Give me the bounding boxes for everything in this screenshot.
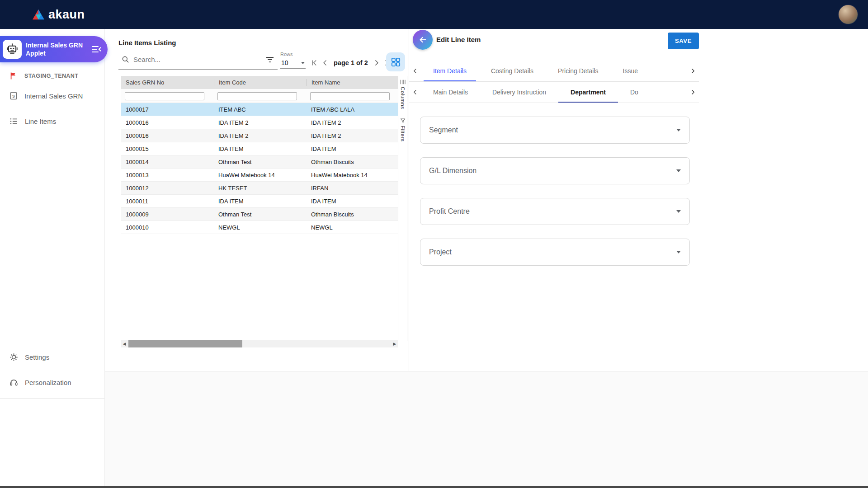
scroll-left-arrow[interactable]: ◀ (121, 342, 127, 346)
column-header-item-code[interactable]: Item Code (214, 79, 307, 86)
tab-costing-details[interactable]: Costing Details (479, 61, 546, 81)
tab-item-details[interactable]: Item Details (421, 61, 479, 81)
table-row[interactable]: 1000012HK TESETIRFAN (121, 182, 398, 195)
line-items-table: Sales GRN NoItem CodeItem Name 1000017IT… (121, 76, 398, 234)
table-cell: NEWGL (214, 224, 307, 231)
table-row[interactable]: 1000010NEWGLNEWGL (121, 221, 398, 234)
page-current: 1 (351, 59, 354, 66)
table-cell: Othman Biscuits (307, 211, 398, 218)
field-label: G/L Dimension (429, 167, 476, 175)
table-row[interactable]: 1000016IDA ITEM 2IDA ITEM 2 (121, 116, 398, 129)
module-label: Internal Sales GRN (24, 92, 83, 100)
previous-page-button[interactable] (320, 58, 330, 68)
tenant-flag-icon (9, 71, 18, 80)
grid-view-button[interactable] (386, 52, 405, 71)
personalization-label: Personalization (25, 379, 71, 386)
grid-icon (391, 57, 401, 67)
first-page-button[interactable] (309, 58, 319, 68)
table-cell: 1000012 (121, 185, 214, 192)
table-row[interactable]: 1000011IDA ITEMIDA ITEM (121, 195, 398, 208)
filter-cell-item-code (214, 92, 307, 100)
tab-pricing-details[interactable]: Pricing Details (546, 61, 610, 81)
table-cell: IDA ITEM 2 (307, 119, 398, 126)
applet-pill[interactable]: Internal Sales GRN Applet (0, 36, 108, 62)
sidebar: Internal Sales GRN Applet STAGING_TENANT… (0, 29, 105, 488)
table-cell: IDA ITEM (214, 145, 307, 152)
scroll-right-arrow[interactable]: ▶ (392, 342, 398, 346)
table-row[interactable]: 1000015IDA ITEMIDA ITEM (121, 142, 398, 155)
column-filter-input-item-name[interactable] (310, 92, 390, 100)
rows-per-page-value: 10 (281, 59, 288, 66)
table-cell: HuaWei Matebook 14 (307, 172, 398, 178)
of-word: of (356, 59, 363, 66)
tab-main-details[interactable]: Main Details (421, 82, 480, 103)
columns-rail-tab[interactable]: Columns (400, 87, 406, 109)
rows-per-page-select[interactable]: 10 (280, 58, 306, 69)
column-header-sales-grn-no[interactable]: Sales GRN No (121, 79, 214, 86)
field-segment-select[interactable]: Segment (420, 117, 690, 144)
table-cell: HK TESET (214, 185, 307, 192)
menu-collapse-button[interactable] (89, 42, 104, 57)
tenant-label: STAGING_TENANT (24, 73, 78, 79)
field-g-l-dimension-select[interactable]: G/L Dimension (420, 157, 690, 184)
sidebar-divider (0, 398, 104, 399)
page-indicator: page 1 of 2 (334, 59, 368, 66)
filters-rail-tab[interactable]: Filters (400, 126, 406, 142)
column-header-item-name[interactable]: Item Name (307, 79, 398, 86)
table-row[interactable]: 1000016IDA ITEM 2IDA ITEM 2 (121, 129, 398, 142)
chevron-down-icon (301, 62, 305, 64)
column-filter-input-item-code[interactable] (217, 92, 297, 100)
secondary-tabs-scroll-right[interactable] (687, 82, 699, 103)
table-cell: Othman Test (214, 211, 307, 218)
table-cell: 1000014 (121, 159, 214, 165)
table-row[interactable]: 1000013HuaWei Matebook 14HuaWei Matebook… (121, 169, 398, 182)
primary-tabs-scroll-right[interactable] (687, 61, 699, 81)
table-cell: IDA ITEM 2 (214, 119, 307, 126)
sidebar-item-tenant[interactable]: STAGING_TENANT (0, 71, 104, 80)
bottom-scrollbar[interactable] (0, 486, 868, 488)
detail-title: Edit Line Item (436, 36, 481, 43)
user-avatar[interactable] (838, 5, 858, 24)
primary-tabs-scroll-left[interactable] (409, 61, 421, 81)
field-project-select[interactable]: Project (420, 239, 690, 266)
secondary-tabs-scroll-left[interactable] (409, 82, 421, 103)
document-icon: S (9, 91, 18, 100)
sidebar-item-line-items[interactable]: Line Items (0, 117, 104, 126)
tab-issue[interactable]: Issue (611, 61, 650, 81)
scrollbar-thumb[interactable] (128, 340, 242, 347)
table-row[interactable]: 1000014Othman TestOthman Biscuits (121, 155, 398, 169)
search-input[interactable] (133, 56, 261, 63)
field-profit-centre-select[interactable]: Profit Centre (420, 198, 690, 225)
pagination: page 1 of 2 (309, 58, 392, 68)
sidebar-item-module[interactable]: S Internal Sales GRN (0, 91, 104, 100)
table-cell: 1000010 (121, 224, 214, 231)
horizontal-scrollbar[interactable]: ◀ ▶ (121, 340, 398, 347)
app-logo: akaun (32, 8, 85, 22)
table-header-row: Sales GRN NoItem CodeItem Name (121, 76, 398, 89)
chevron-down-icon (676, 210, 681, 213)
column-filter-input-sales-grn-no[interactable] (125, 92, 204, 100)
table-cell: NEWGL (307, 224, 398, 231)
headset-icon (9, 378, 19, 387)
back-button[interactable] (413, 30, 433, 50)
table-cell: ITEM ABC (214, 106, 307, 113)
listing-title: Line Items Listing (118, 39, 176, 47)
filter-cell-sales-grn-no (121, 92, 214, 100)
gear-icon (9, 352, 19, 362)
tab-do[interactable]: Do (618, 82, 651, 103)
applet-robot-icon (3, 40, 22, 59)
sidebar-item-settings[interactable]: Settings (0, 352, 104, 362)
filter-list-icon[interactable] (265, 55, 275, 65)
scrollbar-track[interactable] (127, 340, 392, 347)
table-cell: HuaWei Matebook 14 (214, 172, 307, 178)
table-row[interactable]: 1000017ITEM ABCITEM ABC LALA (121, 103, 398, 116)
edit-line-item-panel: Edit Line Item SAVE Item DetailsCosting … (409, 29, 868, 371)
next-page-button[interactable] (372, 58, 382, 68)
tab-department[interactable]: Department (558, 82, 618, 103)
table-cell: IRFAN (307, 185, 398, 192)
table-cell: IDA ITEM (307, 145, 398, 152)
table-row[interactable]: 1000009Othman TestOthman Biscuits (121, 208, 398, 221)
tab-delivery-instruction[interactable]: Delivery Instruction (480, 82, 558, 103)
sidebar-item-personalization[interactable]: Personalization (0, 378, 104, 387)
save-button[interactable]: SAVE (668, 33, 699, 49)
